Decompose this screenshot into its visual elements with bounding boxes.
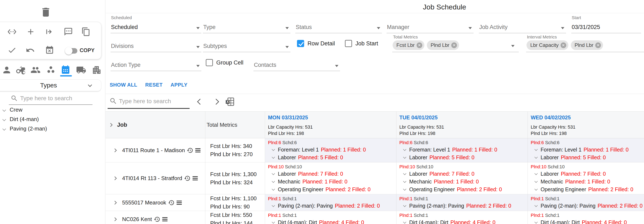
dropdown-arrow-icon[interactable] — [511, 45, 514, 47]
contacts-select[interactable]: Contacts — [254, 58, 340, 71]
metric-chip[interactable]: Plnd Lbr✕ — [571, 40, 603, 50]
chip-remove-icon[interactable]: ✕ — [560, 42, 566, 48]
checkbox-unchecked-icon[interactable] — [345, 40, 352, 47]
chevron-down-icon[interactable] — [2, 127, 6, 130]
start-date-field[interactable]: 03/31/2025 — [571, 20, 641, 33]
chevron-down-icon[interactable] — [534, 180, 538, 183]
nav-tab-calendar-icon[interactable] — [60, 65, 70, 75]
day-cell[interactable]: Plnd:1 Schd:1Paving (2-man): PavingPlann… — [396, 194, 528, 211]
nav-tab-tractor-icon[interactable] — [16, 65, 26, 75]
history-icon[interactable] — [154, 216, 160, 222]
nav-tab-building-icon[interactable] — [92, 65, 102, 75]
status-select[interactable]: Status — [295, 20, 382, 33]
prev-interval-icon[interactable] — [197, 99, 203, 105]
day-cell[interactable]: Plnd:1 Schd:1Paving (2-man): PavingPlann… — [528, 194, 644, 211]
chevron-down-icon[interactable] — [403, 172, 406, 175]
keyboard-tab-icon[interactable] — [45, 27, 54, 36]
reset-button[interactable]: RESET — [145, 82, 163, 88]
chevron-down-icon[interactable] — [272, 148, 275, 151]
history-icon[interactable] — [168, 200, 174, 206]
job-start-checkbox[interactable]: Job Start — [345, 40, 378, 47]
chevron-down-icon[interactable] — [403, 148, 406, 151]
chevron-down-icon[interactable] — [534, 188, 538, 191]
chevron-down-icon[interactable] — [403, 204, 406, 207]
role-line[interactable]: LaborerPlanned: 5 Filled: 0 — [268, 154, 396, 162]
chevron-down-icon[interactable] — [272, 220, 275, 224]
role-line[interactable]: Dirt (4-man): DirtPlanned: 4 Filled: 0 — [531, 218, 644, 224]
excel-export-icon[interactable]: X — [225, 97, 235, 107]
day-cell[interactable]: Plnd:10 Schd:10LaborerPlanned: 7 Filled:… — [396, 162, 528, 194]
chevron-down-icon[interactable] — [272, 180, 275, 183]
list-icon[interactable] — [162, 216, 168, 223]
expand-row-icon[interactable] — [113, 201, 117, 204]
event-busy-icon[interactable] — [45, 46, 54, 55]
role-line[interactable]: Foreman: Level 1Planned: 1 Filled: 0 — [531, 146, 644, 154]
nav-tab-truck-icon[interactable] — [76, 65, 86, 75]
role-line[interactable]: Foreman: Level 1Planned: 1 Filled: 0 — [399, 146, 528, 154]
role-line[interactable]: Paving (2-man): PavingPlanned: 2 Filled:… — [531, 202, 644, 210]
metric-chip[interactable]: Plnd Lbr✕ — [427, 40, 459, 50]
job-cell[interactable]: 5555017 Mearook — [106, 194, 205, 211]
chevron-down-icon[interactable] — [272, 172, 275, 175]
chevron-down-icon[interactable] — [403, 220, 406, 224]
role-line[interactable]: MechanicPlanned: 1 Filled: 0 — [268, 178, 396, 186]
role-line[interactable]: LaborerPlanned: 7 Filled: 0 — [531, 170, 644, 178]
job-cell[interactable]: NC026 Kent — [106, 211, 205, 224]
chevron-down-icon[interactable] — [534, 156, 538, 159]
role-line[interactable]: Operating EngineerPlanned: 2 Filled: 0 — [531, 186, 644, 193]
check-icon[interactable] — [7, 46, 16, 55]
history-icon[interactable] — [187, 147, 193, 154]
day-column-header[interactable]: MON 03/31/2025Lbr Capacity Hrs: 531Plnd … — [265, 112, 396, 138]
job-activity-select[interactable]: Job Activity — [479, 20, 566, 33]
chevron-down-icon[interactable] — [272, 156, 275, 159]
types-search-input[interactable] — [20, 95, 85, 102]
undo-icon[interactable] — [26, 46, 35, 55]
checkbox-unchecked-icon[interactable] — [206, 59, 213, 66]
apply-button[interactable]: APPLY — [171, 82, 188, 88]
chevron-down-icon[interactable] — [403, 156, 406, 159]
day-cell[interactable]: Plnd:1 Schd:1Dirt (4-man): DirtPlanned: … — [528, 211, 644, 224]
day-cell[interactable]: Plnd:6 Schd:6Foreman: Level 1Planned: 1 … — [396, 138, 528, 162]
action-type-select[interactable]: Action Type — [110, 58, 201, 71]
chevron-down-icon[interactable] — [272, 188, 275, 191]
metric-chip[interactable]: Lbr Capacity✕ — [526, 40, 568, 50]
next-interval-icon[interactable] — [213, 99, 219, 105]
role-line[interactable]: LaborerPlanned: 7 Filled: 0 — [399, 170, 528, 178]
expand-row-icon[interactable] — [113, 176, 117, 180]
tree-item[interactable]: Crew — [0, 105, 101, 114]
chip-remove-icon[interactable]: ✕ — [595, 42, 601, 48]
job-column-header[interactable]: Job — [106, 112, 205, 138]
chevron-down-icon[interactable] — [2, 108, 6, 112]
day-cell[interactable]: Plnd:6 Schd:6Foreman: Level 1Planned: 1 … — [528, 138, 644, 162]
trash-icon[interactable] — [40, 6, 52, 18]
job-cell[interactable]: 4TI011 Route 1 - Madison — [106, 138, 205, 162]
role-line[interactable]: Paving (2-man): PavingPlanned: 2 Filled:… — [399, 202, 528, 210]
role-line[interactable]: Operating EngineerPlanned: 2 Filled: 0 — [399, 186, 528, 193]
comment-icon[interactable] — [64, 27, 73, 36]
role-line[interactable]: MechanicPlanned: 1 Filled: 0 — [399, 178, 528, 186]
nav-tab-people-icon[interactable] — [30, 65, 40, 75]
nav-tab-groups-icon[interactable] — [46, 65, 56, 75]
types-panel-header[interactable]: Types — [0, 80, 101, 91]
subtypes-select[interactable]: Subtypes — [203, 39, 290, 52]
tree-item[interactable]: Dirt (4-man) — [0, 114, 101, 124]
chevron-down-icon[interactable] — [534, 204, 538, 207]
checkbox-checked-icon[interactable] — [297, 40, 304, 47]
role-line[interactable]: Operating EngineerPlanned: 2 Filled: 0 — [268, 186, 396, 193]
interval-metrics-chips[interactable]: Lbr Capacity✕Plnd Lbr✕ — [526, 40, 603, 50]
chevron-down-icon[interactable] — [403, 180, 406, 183]
list-icon[interactable] — [192, 175, 198, 182]
day-cell[interactable]: Plnd:1 Schd:1Paving (2-man): PavingPlann… — [265, 194, 396, 211]
settings-ethernet-icon[interactable] — [7, 27, 16, 36]
list-icon[interactable] — [194, 147, 201, 154]
role-line[interactable]: Dirt (4-man): DirtPlanned: 4 Filled: 0 — [399, 218, 528, 224]
day-cell[interactable]: Plnd:10 Schd:10LaborerPlanned: 7 Filled:… — [265, 162, 396, 194]
chevron-down-icon[interactable] — [2, 118, 6, 121]
expand-row-icon[interactable] — [113, 148, 117, 152]
grid-search-input[interactable] — [119, 98, 188, 105]
chevron-down-icon[interactable] — [534, 220, 538, 224]
row-detail-checkbox[interactable]: Row Detail — [297, 40, 335, 47]
chevron-down-icon[interactable] — [534, 172, 538, 175]
day-cell[interactable]: Plnd:1 Schd:1Dirt (4-man): DirtPlanned: … — [396, 211, 528, 224]
role-line[interactable]: LaborerPlanned: 5 Filled: 0 — [399, 154, 528, 162]
